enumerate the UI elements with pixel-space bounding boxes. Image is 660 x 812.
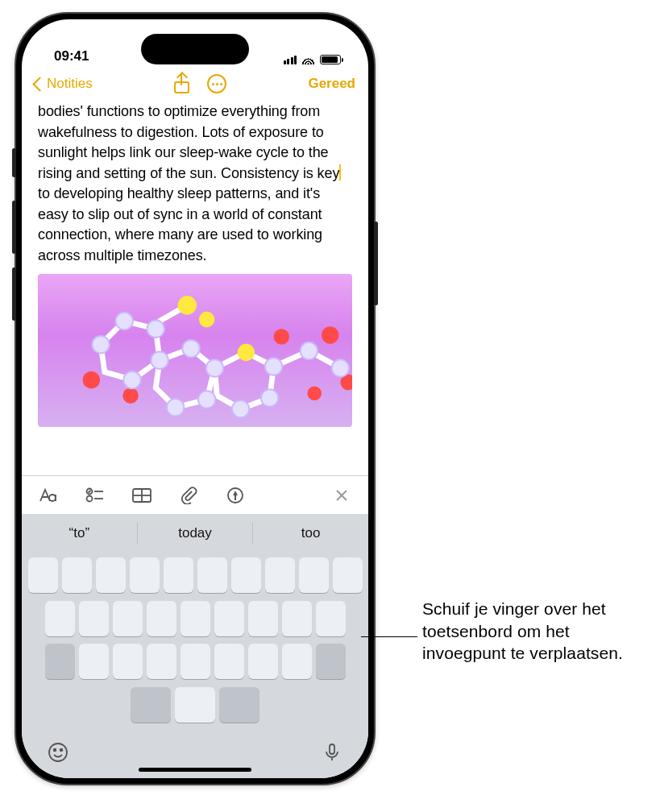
cellular-icon — [284, 56, 297, 64]
side-button-vol-down — [12, 267, 16, 321]
checklist-button[interactable] — [75, 481, 115, 510]
blank-key[interactable] — [147, 601, 176, 636]
suggestion-bar: “to” today too — [22, 514, 368, 553]
side-button-vol-up — [12, 201, 16, 254]
keyboard-trackpad-mode[interactable] — [22, 553, 368, 778]
svg-point-40 — [54, 749, 56, 752]
blank-key[interactable] — [147, 644, 176, 679]
more-icon[interactable] — [207, 74, 226, 93]
back-label: Notities — [47, 76, 93, 92]
note-content[interactable]: bodies' functions to optimize everything… — [22, 102, 368, 475]
svg-point-41 — [60, 749, 63, 752]
molecule-illustration — [38, 274, 352, 423]
suggestion-left[interactable]: “to” — [22, 525, 137, 541]
iphone-frame: 09:41 Notities Gereed bodies' functions … — [15, 12, 376, 785]
format-toolbar — [22, 475, 368, 514]
svg-point-21 — [206, 360, 223, 377]
table-button[interactable] — [122, 481, 162, 510]
markup-button[interactable] — [215, 481, 255, 510]
attachment-button[interactable] — [168, 481, 209, 510]
blank-key[interactable] — [45, 644, 75, 679]
svg-point-39 — [49, 744, 67, 761]
screen: 09:41 Notities Gereed bodies' functions … — [22, 19, 368, 778]
svg-point-7 — [199, 312, 215, 328]
svg-point-9 — [83, 371, 100, 388]
emoji-button[interactable] — [47, 741, 69, 764]
svg-point-10 — [122, 388, 139, 404]
suggestion-right[interactable]: too — [253, 525, 368, 541]
svg-point-25 — [261, 390, 278, 407]
dictation-button[interactable] — [321, 741, 343, 764]
svg-point-6 — [178, 296, 197, 315]
callout-leader-line — [361, 636, 417, 637]
nav-bar: Notities Gereed — [22, 66, 368, 102]
blank-key[interactable] — [265, 557, 295, 593]
blank-key[interactable] — [282, 601, 312, 636]
blank-key[interactable] — [282, 644, 312, 679]
blank-key[interactable] — [316, 601, 346, 636]
blank-key[interactable] — [96, 557, 126, 593]
blank-key[interactable] — [299, 557, 329, 593]
note-image-molecule[interactable] — [38, 274, 352, 427]
svg-point-16 — [116, 313, 133, 329]
close-toolbar-button[interactable] — [322, 481, 362, 510]
svg-point-18 — [151, 352, 168, 369]
back-button[interactable]: Notities — [35, 76, 93, 92]
status-time: 09:41 — [54, 48, 89, 64]
status-icons — [284, 55, 342, 64]
dynamic-island — [141, 34, 249, 64]
blank-key[interactable] — [316, 644, 346, 679]
svg-point-11 — [274, 329, 290, 346]
callout-text: Schuif je vinger over het toetsenbord om… — [422, 598, 640, 665]
svg-point-28 — [332, 360, 349, 377]
blank-key[interactable] — [79, 644, 109, 679]
note-text-before-cursor: bodies' functions to optimize everything… — [38, 103, 339, 181]
blank-key[interactable] — [219, 687, 259, 723]
blank-key[interactable] — [197, 557, 227, 593]
blank-key[interactable] — [214, 601, 244, 636]
svg-point-12 — [322, 327, 338, 344]
blank-key[interactable] — [181, 644, 210, 679]
text-cursor — [339, 164, 341, 180]
blank-key[interactable] — [45, 601, 75, 636]
wifi-icon — [301, 55, 315, 64]
side-button-power — [374, 222, 378, 305]
blank-key[interactable] — [28, 557, 58, 593]
blank-key[interactable] — [248, 601, 278, 636]
blank-key[interactable] — [231, 557, 261, 593]
spacebar-key[interactable] — [175, 687, 215, 723]
blank-key[interactable] — [130, 557, 160, 593]
svg-rect-42 — [330, 744, 334, 754]
svg-point-26 — [232, 400, 249, 417]
blank-key[interactable] — [79, 601, 109, 636]
svg-point-24 — [265, 358, 282, 375]
chevron-left-icon — [32, 77, 47, 91]
svg-point-31 — [87, 495, 93, 501]
blank-key[interactable] — [113, 644, 143, 679]
blank-key[interactable] — [164, 557, 193, 593]
suggestion-center[interactable]: today — [138, 525, 253, 541]
svg-point-19 — [123, 371, 140, 388]
done-button[interactable]: Gereed — [308, 76, 355, 92]
nav-actions — [174, 74, 226, 93]
blank-key[interactable] — [333, 557, 363, 593]
svg-point-15 — [92, 336, 109, 353]
share-icon[interactable] — [174, 74, 189, 93]
blank-key[interactable] — [62, 557, 92, 593]
svg-point-22 — [198, 392, 215, 408]
side-button-mute — [12, 148, 16, 177]
blank-key[interactable] — [248, 644, 278, 679]
svg-point-17 — [147, 321, 164, 338]
svg-point-27 — [301, 342, 318, 359]
blank-key[interactable] — [131, 687, 171, 723]
text-format-button[interactable] — [28, 481, 68, 510]
svg-point-8 — [238, 344, 255, 361]
svg-point-20 — [182, 340, 199, 357]
blank-key[interactable] — [113, 601, 143, 636]
blank-key[interactable] — [181, 601, 210, 636]
blank-key[interactable] — [214, 644, 244, 679]
battery-icon — [320, 55, 341, 64]
home-indicator[interactable] — [139, 768, 251, 772]
svg-point-14 — [307, 387, 322, 401]
svg-point-23 — [167, 399, 184, 416]
